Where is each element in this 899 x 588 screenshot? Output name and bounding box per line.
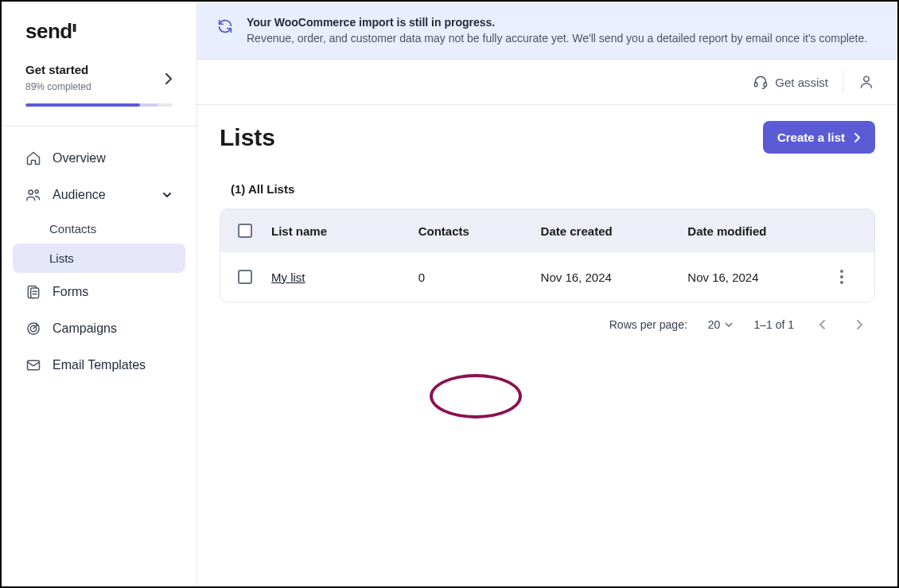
create-list-label: Create a list (777, 130, 845, 144)
svg-rect-3 (31, 288, 39, 298)
rows-per-page-value: 20 (708, 318, 721, 331)
chevron-right-icon (165, 72, 173, 85)
col-modified: Date modified (679, 210, 827, 252)
col-contacts: Contacts (411, 210, 533, 252)
nav-lists[interactable]: Lists (13, 243, 185, 273)
nav-forms-label: Forms (53, 285, 173, 299)
row-modified: Nov 16, 2024 (679, 253, 827, 302)
lists-table: List name Contacts Date created Date mod… (220, 208, 875, 302)
row-checkbox[interactable] (238, 270, 252, 284)
row-name-cell: My list (263, 253, 411, 302)
row-contacts: 0 (411, 253, 533, 302)
col-name: List name (263, 210, 411, 252)
rows-per-page-label: Rows per page: (609, 318, 687, 331)
headset-icon (753, 74, 769, 90)
list-link[interactable]: My list (271, 271, 306, 284)
nav-overview-label: Overview (53, 151, 173, 165)
onboarding-card[interactable]: Get started 89% completed (2, 52, 197, 123)
prev-page-button[interactable] (815, 315, 831, 334)
nav-email-templates[interactable]: Email Templates (13, 348, 185, 383)
banner-text: Revenue, order, and customer data may no… (247, 32, 867, 45)
page-title: Lists (220, 124, 275, 151)
row-created: Nov 16, 2024 (533, 253, 680, 302)
nav-forms[interactable]: Forms (13, 275, 185, 310)
brand-logo: sendII (2, 2, 197, 52)
table-row: My list 0 Nov 16, 2024 Nov 16, 2024 (220, 252, 874, 302)
banner-title: Your WooCommerce import is still in prog… (247, 16, 867, 29)
topbar: Get assist (197, 60, 897, 105)
svg-rect-7 (755, 83, 757, 87)
onboarding-progress-bar (25, 103, 173, 107)
next-page-button[interactable] (851, 315, 867, 334)
annotation-circle (430, 374, 522, 419)
nav-audience[interactable]: Audience (13, 177, 185, 212)
select-all-checkbox[interactable] (238, 224, 252, 238)
users-icon (25, 187, 41, 203)
nav-campaigns[interactable]: Campaigns (13, 311, 185, 346)
table-header-row: List name Contacts Date created Date mod… (220, 209, 874, 252)
nav-audience-label: Audience (53, 188, 150, 202)
row-actions-menu[interactable] (835, 270, 849, 284)
col-actions (827, 216, 874, 245)
account-button[interactable] (858, 73, 875, 91)
onboarding-progress-label: 89% completed (25, 81, 173, 92)
mail-icon (25, 357, 41, 373)
app-frame: sendII Get started 89% completed Overvie… (0, 0, 899, 588)
refresh-icon (216, 18, 234, 35)
chevron-up-icon (162, 189, 173, 201)
col-created: Date created (533, 210, 680, 252)
pagination-range: 1–1 of 1 (753, 318, 794, 331)
caret-down-icon (725, 321, 733, 329)
chevron-right-icon (853, 132, 861, 143)
page-header: Lists Create a list (220, 121, 875, 154)
row-select-cell (220, 252, 263, 302)
assist-label: Get assist (775, 76, 828, 89)
page-content: Lists Create a list (1) All Lists List n… (197, 105, 897, 586)
sidebar-nav: Overview Audience Contacts Lists Form (2, 126, 197, 391)
home-icon (25, 150, 41, 166)
topbar-divider (843, 71, 843, 93)
svg-point-9 (864, 76, 870, 82)
nav-templates-label: Email Templates (53, 358, 173, 372)
nav-overview[interactable]: Overview (13, 141, 185, 176)
row-actions-cell (827, 252, 874, 302)
nav-campaigns-label: Campaigns (53, 321, 173, 336)
list-count-summary: (1) All Lists (231, 182, 875, 196)
onboarding-title: Get started (25, 63, 173, 76)
target-icon (25, 321, 41, 337)
nav-audience-submenu: Contacts Lists (13, 214, 185, 273)
pagination: Rows per page: 20 1–1 of 1 (220, 302, 875, 334)
brand-accent: II (72, 21, 76, 34)
svg-point-0 (29, 190, 33, 194)
svg-point-1 (35, 190, 38, 193)
get-assist-button[interactable]: Get assist (753, 74, 828, 90)
select-all-cell (220, 209, 263, 252)
create-list-button[interactable]: Create a list (763, 121, 875, 154)
main-area: Your WooCommerce import is still in prog… (197, 2, 897, 586)
rows-per-page-select[interactable]: 20 (708, 318, 734, 331)
brand-name: send (25, 19, 72, 43)
import-banner: Your WooCommerce import is still in prog… (197, 2, 897, 60)
forms-icon (25, 284, 41, 300)
sidebar: sendII Get started 89% completed Overvie… (2, 2, 197, 586)
nav-contacts[interactable]: Contacts (13, 214, 185, 243)
